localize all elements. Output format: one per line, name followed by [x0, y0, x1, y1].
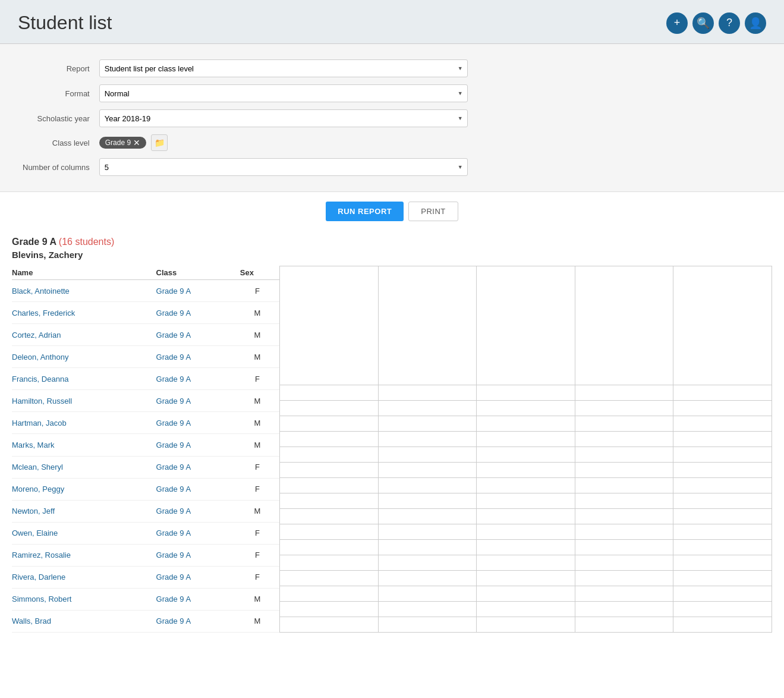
grid-cell — [280, 617, 379, 633]
student-name[interactable]: Mclean, Sheryl — [12, 456, 156, 478]
student-name[interactable]: Rivera, Darlene — [12, 566, 156, 588]
format-select[interactable]: Normal — [99, 84, 468, 102]
grid-cell — [379, 447, 477, 463]
student-name[interactable]: Ramirez, Rosalie — [12, 544, 156, 566]
table-header-row: Name Class Sex — [12, 266, 279, 280]
student-name[interactable]: Francis, Deanna — [12, 368, 156, 390]
student-sex: F — [240, 368, 279, 390]
student-class: Grade 9 A — [156, 544, 240, 566]
user-icon-button[interactable]: 👤 — [745, 12, 766, 34]
grid-cell — [575, 493, 674, 509]
search-icon-button[interactable]: 🔍 — [692, 12, 714, 34]
grid-cell — [477, 463, 575, 478]
student-sex: F — [240, 566, 279, 588]
grid-cell — [477, 540, 575, 555]
student-class: Grade 9 A — [156, 412, 240, 434]
student-name[interactable]: Walls, Brad — [12, 610, 156, 632]
scholastic-year-select-wrapper: Year 2018-19 — [99, 109, 468, 127]
table-row: Hartman, JacobGrade 9 AM — [12, 412, 279, 434]
grid-cell — [575, 401, 674, 416]
grid-cell — [280, 571, 379, 586]
grid-cell — [673, 493, 772, 509]
grid-cell — [477, 432, 575, 447]
grid-cell — [575, 385, 674, 401]
grid-cell — [379, 602, 477, 617]
grid-cell — [379, 571, 477, 586]
student-name[interactable]: Simmons, Robert — [12, 588, 156, 610]
number-of-columns-select-wrapper: 5 — [99, 158, 468, 176]
grid-cell — [379, 524, 477, 540]
student-sex: M — [240, 500, 279, 522]
grid-cell — [673, 586, 772, 602]
student-count: (16 students) — [59, 237, 114, 247]
grid-cell — [379, 385, 477, 401]
student-name[interactable]: Black, Antoinette — [12, 280, 156, 302]
student-sex: M — [240, 302, 279, 324]
grid-cell — [673, 401, 772, 416]
student-name[interactable]: Cortez, Adrian — [12, 324, 156, 346]
grid-cell — [673, 602, 772, 617]
scholastic-year-row: Scholastic year Year 2018-19 — [18, 106, 473, 131]
student-name[interactable]: Marks, Mark — [12, 434, 156, 456]
student-name[interactable]: Charles, Frederick — [12, 302, 156, 324]
class-level-row: Class level Grade 9 ✕ 📁 — [18, 131, 473, 155]
scholastic-year-cell: Year 2018-19 — [95, 106, 473, 131]
folder-icon-button[interactable]: 📁 — [151, 134, 168, 151]
grid-cell — [673, 509, 772, 524]
student-name[interactable]: Newton, Jeff — [12, 500, 156, 522]
number-of-columns-label: Number of columns — [18, 155, 95, 180]
grid-cell — [477, 602, 575, 617]
student-name[interactable]: Deleon, Anthony — [12, 346, 156, 368]
table-row: Simmons, RobertGrade 9 AM — [12, 588, 279, 610]
student-name[interactable]: Owen, Elaine — [12, 522, 156, 544]
grid-cell — [379, 478, 477, 493]
print-button[interactable]: PRINT — [408, 202, 458, 221]
help-icon-button[interactable]: ? — [719, 12, 740, 34]
add-icon-button[interactable]: + — [666, 12, 688, 34]
student-class: Grade 9 A — [156, 588, 240, 610]
grade-tag-remove[interactable]: ✕ — [133, 139, 140, 147]
col-name-header: Name — [12, 266, 156, 280]
grid-cell — [575, 509, 674, 524]
grid-cell — [673, 617, 772, 633]
class-level-input-area: Grade 9 ✕ 📁 — [99, 134, 468, 151]
student-class: Grade 9 A — [156, 566, 240, 588]
grid-cell — [673, 432, 772, 447]
grid-cell — [477, 478, 575, 493]
scholastic-year-select[interactable]: Year 2018-19 — [99, 109, 468, 127]
report-select[interactable]: Student list per class level — [99, 59, 468, 77]
student-sex: F — [240, 544, 279, 566]
student-name[interactable]: Hartman, Jacob — [12, 412, 156, 434]
grid-cell — [673, 555, 772, 571]
buttons-area: RUN REPORT PRINT — [0, 192, 784, 231]
report-select-wrapper: Student list per class level — [99, 59, 468, 77]
student-class: Grade 9 A — [156, 346, 240, 368]
grid-cell — [379, 509, 477, 524]
run-report-button[interactable]: RUN REPORT — [326, 202, 404, 221]
student-sex: M — [240, 434, 279, 456]
student-name[interactable]: Moreno, Peggy — [12, 478, 156, 500]
student-class: Grade 9 A — [156, 324, 240, 346]
table-row: Ramirez, RosalieGrade 9 AF — [12, 544, 279, 566]
scholastic-year-label: Scholastic year — [18, 106, 95, 131]
table-row: Marks, MarkGrade 9 AM — [12, 434, 279, 456]
table-row: Moreno, PeggyGrade 9 AF — [12, 478, 279, 500]
student-class: Grade 9 A — [156, 522, 240, 544]
grid-cell — [379, 416, 477, 432]
grid-cell — [280, 416, 379, 432]
student-sex: F — [240, 280, 279, 302]
grid-cell — [280, 586, 379, 602]
table-row: Owen, ElaineGrade 9 AF — [12, 522, 279, 544]
number-of-columns-select[interactable]: 5 — [99, 158, 468, 176]
header-icons: + 🔍 ? 👤 — [666, 12, 766, 34]
form-table: Report Student list per class level Form… — [18, 56, 473, 180]
report-layout: Name Class Sex Black, AntoinetteGrade 9 … — [12, 266, 772, 633]
grid-cell — [673, 447, 772, 463]
student-name[interactable]: Hamilton, Russell — [12, 390, 156, 412]
grid-cell — [673, 571, 772, 586]
grid-cell — [575, 586, 674, 602]
student-class: Grade 9 A — [156, 390, 240, 412]
class-level-label: Class level — [18, 131, 95, 155]
grid-cell — [575, 602, 674, 617]
student-class: Grade 9 A — [156, 302, 240, 324]
